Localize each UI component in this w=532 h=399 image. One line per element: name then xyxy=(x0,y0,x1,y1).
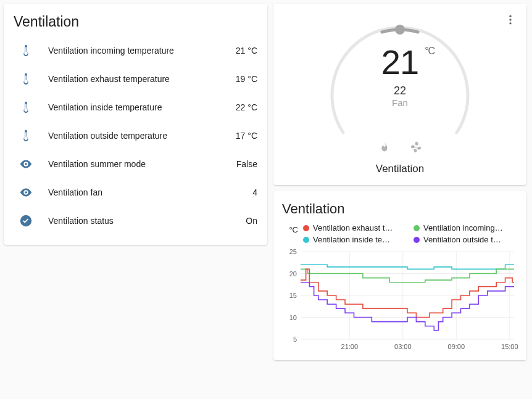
fan-icon xyxy=(409,141,423,154)
entity-value: 4 xyxy=(252,187,257,197)
legend-label: Ventilation exhaust t… xyxy=(313,223,393,232)
entity-label: Ventilation exhaust temperature xyxy=(48,74,226,84)
flame-icon xyxy=(377,141,391,154)
eye-icon xyxy=(14,157,38,171)
svg-text:21:00: 21:00 xyxy=(341,343,359,350)
legend-item[interactable]: Ventilation exhaust t… xyxy=(303,223,407,232)
thermometer-icon xyxy=(14,129,38,142)
hvac-heat-button[interactable] xyxy=(377,141,391,154)
legend-item[interactable]: Ventilation inside te… xyxy=(303,235,407,244)
legend-item[interactable]: Ventilation outside t… xyxy=(414,235,518,244)
svg-text:15:00: 15:00 xyxy=(501,343,518,350)
history-chart-card: Ventilation °C Ventilation exhaust t…Ven… xyxy=(273,191,526,360)
sensors-list: Ventilation incoming temperature21 °CVen… xyxy=(14,36,257,235)
entity-label: Ventilation fan xyxy=(48,187,243,197)
entity-value: On xyxy=(246,216,257,226)
chart-title: Ventilation xyxy=(282,201,518,217)
svg-point-2 xyxy=(509,19,511,20)
entity-label: Ventilation incoming temperature xyxy=(48,46,226,56)
entity-label: Ventilation summer mode xyxy=(48,159,227,169)
svg-point-3 xyxy=(509,22,511,24)
svg-text:25: 25 xyxy=(289,248,297,255)
thermometer-icon xyxy=(14,44,38,57)
entity-row[interactable]: Ventilation inside temperature22 °C xyxy=(14,93,257,121)
thermometer-icon xyxy=(14,72,38,86)
entity-value: False xyxy=(236,159,257,169)
chart-legend: Ventilation exhaust t…Ventilation incomi… xyxy=(303,223,518,244)
eye-icon xyxy=(14,186,38,199)
entity-value: 21 °C xyxy=(236,46,257,56)
legend-label: Ventilation inside te… xyxy=(313,235,390,244)
entity-label: Ventilation status xyxy=(48,216,236,226)
legend-label: Ventilation incoming… xyxy=(423,223,503,232)
entity-row[interactable]: Ventilation exhaust temperature19 °C xyxy=(14,65,257,93)
entity-value: 19 °C xyxy=(236,74,257,84)
entity-row[interactable]: Ventilation fan4 xyxy=(14,178,257,207)
more-options-button[interactable] xyxy=(499,9,522,31)
entity-value: 22 °C xyxy=(236,102,257,112)
hvac-fan-button[interactable] xyxy=(409,141,423,154)
entity-row[interactable]: Ventilation incoming temperature21 °C xyxy=(14,36,257,65)
chart-unit: °C xyxy=(282,223,298,234)
thermostat-card: 21°C 22 Fan Ventilation xyxy=(273,4,526,185)
legend-item[interactable]: Ventilation incoming… xyxy=(414,223,518,232)
dots-vertical-icon xyxy=(504,14,517,26)
chart-plot-area[interactable]: 51015202521:0003:0009:0015:00 xyxy=(282,248,518,353)
legend-label: Ventilation outside t… xyxy=(423,235,501,244)
svg-text:20: 20 xyxy=(289,270,297,278)
thermometer-icon xyxy=(14,101,38,114)
thermostat-dial[interactable]: 21°C 22 Fan xyxy=(317,12,483,136)
svg-text:03:00: 03:00 xyxy=(394,343,412,350)
svg-point-1 xyxy=(509,15,511,17)
entity-value: 17 °C xyxy=(236,131,257,141)
entity-row[interactable]: Ventilation summer modeFalse xyxy=(14,150,257,178)
sensors-card: Ventilation Ventilation incoming tempera… xyxy=(4,4,267,245)
thermostat-mode: Fan xyxy=(317,97,483,108)
entity-row[interactable]: Ventilation outside temperature17 °C xyxy=(14,121,257,150)
thermostat-target-temp: 22 xyxy=(317,84,483,97)
svg-text:5: 5 xyxy=(293,335,297,343)
sensors-card-title: Ventilation xyxy=(14,14,257,30)
entity-row[interactable]: Ventilation statusOn xyxy=(14,207,257,235)
svg-text:09:00: 09:00 xyxy=(448,343,465,350)
entity-label: Ventilation inside temperature xyxy=(48,102,226,112)
entity-label: Ventilation outside temperature xyxy=(48,131,226,141)
svg-text:10: 10 xyxy=(289,314,297,321)
svg-point-4 xyxy=(395,25,405,35)
thermostat-current-temp: 21°C xyxy=(381,42,418,82)
check-circle-icon xyxy=(14,214,38,228)
thermostat-name: Ventilation xyxy=(376,163,424,175)
svg-text:15: 15 xyxy=(289,292,297,299)
